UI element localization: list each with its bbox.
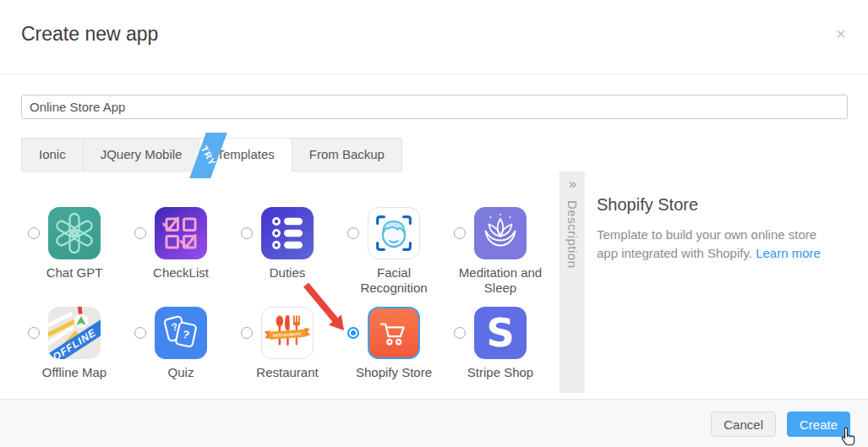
tab-bar: Ionic JQuery Mobile TRY Templates From B… xyxy=(21,138,402,172)
dialog-footer: Cancel Create xyxy=(0,399,868,447)
template-cell-offline-map: OFFLINE Offline Map xyxy=(21,307,128,406)
shopify-store-icon[interactable] xyxy=(368,307,420,359)
radio-checklist[interactable] xyxy=(134,227,146,239)
radio-quiz[interactable] xyxy=(134,327,146,339)
stripe-shop-icon[interactable]: S xyxy=(474,307,527,359)
tab-templates[interactable]: TRY Templates xyxy=(199,138,292,172)
header-divider xyxy=(0,74,868,74)
checklist-icon[interactable] xyxy=(155,207,207,259)
template-cell-duties: Duties xyxy=(234,207,341,307)
stripe-letter: S xyxy=(474,307,527,359)
radio-shopify-store[interactable] xyxy=(347,327,359,339)
learn-more-link[interactable]: Learn more xyxy=(756,246,821,260)
template-cell-meditation-and-sleep: Meditation and Sleep xyxy=(447,207,554,307)
template-description-heading: Shopify Store xyxy=(597,195,850,215)
radio-stripe-shop[interactable] xyxy=(454,327,466,339)
app-name-input[interactable] xyxy=(21,95,848,119)
template-label: Chat GPT xyxy=(46,265,103,281)
facial-recognition-icon[interactable] xyxy=(368,207,420,259)
description-panel: Shopify Store Template to build your own… xyxy=(597,172,850,263)
duties-icon[interactable] xyxy=(261,207,314,259)
template-label: CheckList xyxy=(153,265,209,281)
template-description-body: Template to build your own online store … xyxy=(597,226,835,263)
template-cell-chat-gpt: Chat GPT xyxy=(21,207,128,307)
radio-meditation-and-sleep[interactable] xyxy=(454,227,466,239)
tab-ionic[interactable]: Ionic xyxy=(21,138,84,172)
create-button[interactable]: Create xyxy=(787,412,850,437)
template-cell-stripe-shop: S Stripe Shop xyxy=(447,307,554,406)
template-label: Restaurant xyxy=(256,365,318,380)
expand-chevrons-icon[interactable]: » xyxy=(569,176,576,193)
cancel-button[interactable]: Cancel xyxy=(711,412,776,437)
page-title: Create new app xyxy=(21,23,158,46)
offline-map-icon[interactable]: OFFLINE xyxy=(48,307,101,359)
close-icon[interactable]: × xyxy=(836,25,846,42)
template-label: Meditation and Sleep xyxy=(454,265,547,296)
template-cell-restaurant: RESTAURANT Restaurant xyxy=(234,307,341,406)
radio-facial-recognition[interactable] xyxy=(347,227,359,239)
template-cell-checklist: CheckList xyxy=(128,207,234,307)
radio-chat-gpt[interactable] xyxy=(28,227,40,239)
tab-from-backup[interactable]: From Backup xyxy=(292,138,402,172)
chat-gpt-icon[interactable] xyxy=(48,207,101,259)
template-label: Shopify Store xyxy=(356,365,432,380)
radio-duties[interactable] xyxy=(241,227,253,239)
template-label: Facial Recognition xyxy=(347,265,440,296)
tab-jquery-mobile[interactable]: JQuery Mobile xyxy=(83,138,200,172)
template-cell-facial-recognition: Facial Recognition xyxy=(341,207,447,307)
description-tab-label: Description xyxy=(565,200,580,269)
template-cell-quiz: ? ? Quiz xyxy=(128,307,234,406)
restaurant-icon[interactable]: RESTAURANT xyxy=(261,307,314,359)
description-collapse-strip[interactable]: » Description xyxy=(560,172,585,393)
template-label: Duties xyxy=(270,265,306,281)
template-grid: Chat GPT CheckList xyxy=(21,207,555,406)
radio-offline-map[interactable] xyxy=(28,327,40,339)
template-label: Stripe Shop xyxy=(467,365,533,380)
template-label: Quiz xyxy=(168,365,194,380)
template-cell-shopify-store: Shopify Store xyxy=(341,307,447,406)
radio-restaurant[interactable] xyxy=(241,327,253,339)
template-label: Offline Map xyxy=(42,365,106,380)
quiz-icon[interactable]: ? ? xyxy=(155,307,207,359)
meditation-and-sleep-icon[interactable] xyxy=(474,207,527,259)
